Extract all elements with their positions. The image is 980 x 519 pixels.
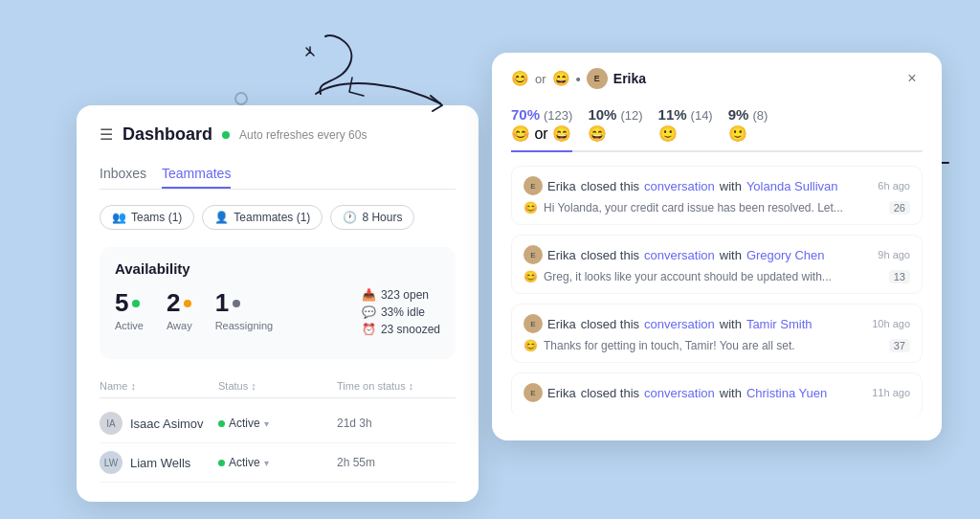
conv-avatar: E — [523, 383, 543, 402]
snoozed-count: 23 snoozed — [381, 323, 440, 336]
conv-preview-text-0: Hi Yolanda, your credit card issue has b… — [544, 201, 843, 214]
hours-filter[interactable]: 🕐 8 Hours — [330, 205, 414, 230]
active-count: 5 — [115, 288, 128, 318]
availability-title: Availability — [115, 260, 440, 277]
reassigning-stat: 1 Reassigning — [215, 288, 274, 336]
conversation-panel: 😊 or 😄 • E Erika × 70% (123) 😊 or 😄 10% … — [492, 53, 942, 440]
teams-filter[interactable]: 👥 Teams (1) — [100, 205, 194, 230]
conversation-item: E Erika closed this conversation with Ta… — [511, 304, 923, 363]
rating-value-2: 11% — [658, 106, 687, 123]
idle-pct: 33% idle — [381, 305, 425, 319]
msg-count-1: 13 — [889, 270, 910, 283]
conversation-item: E Erika closed this conversation with Gr… — [511, 235, 923, 294]
tab-inboxes[interactable]: Inboxes — [100, 160, 146, 189]
agent-status: Active — [229, 456, 260, 469]
rating-count-1: (12) — [620, 108, 642, 123]
conv-action-1: closed this — [581, 248, 639, 262]
conv-avatar: E — [523, 245, 543, 264]
conv-contact-0[interactable]: Yolanda Sullivan — [746, 179, 838, 193]
conv-time-1: 9h ago — [878, 249, 910, 260]
rating-tab-0[interactable]: 70% (123) 😊 or 😄 — [511, 101, 572, 152]
col-name: Name ↕ — [100, 380, 218, 392]
conv-time-0: 6h ago — [878, 180, 910, 192]
hours-filter-label: 8 Hours — [362, 211, 402, 224]
conv-contact-1[interactable]: Gregory Chen — [746, 248, 825, 262]
agent-status: Active — [229, 417, 260, 430]
rating-value-3: 9% — [728, 106, 749, 123]
conv-action-3: closed this — [581, 386, 639, 400]
menu-icon[interactable]: ☰ — [100, 125, 113, 144]
reassigning-count: 1 — [215, 288, 229, 318]
conv-preview-text-2: Thanks for getting in touch, Tamir! You … — [544, 339, 795, 352]
conv-agent-0: Erika — [547, 179, 576, 193]
avatar: LW — [100, 451, 122, 474]
conv-time-2: 10h ago — [872, 318, 910, 329]
open-count: 323 open — [381, 288, 429, 302]
active-label: Active — [115, 320, 144, 331]
or-text: or — [535, 72, 546, 86]
main-tabs: Inboxes Teammates — [100, 160, 456, 190]
status-chevron-icon[interactable]: ▾ — [264, 418, 269, 429]
snooze-icon: ⏰ — [362, 323, 376, 336]
dashboard-title: Dashboard — [122, 124, 212, 145]
conv-contact-3[interactable]: Christina Yuen — [746, 386, 827, 400]
agent-name: Isaac Asimov — [130, 417, 204, 431]
away-stat: 2 Away — [167, 288, 192, 336]
conv-avatar: E — [523, 176, 543, 195]
time-on-status: 2h 55m — [337, 456, 456, 469]
msg-count-0: 26 — [889, 201, 910, 214]
conversation-list: E Erika closed this conversation with Yo… — [511, 166, 923, 425]
status-chevron-icon[interactable]: ▾ — [264, 458, 269, 468]
close-button[interactable]: × — [902, 68, 923, 89]
table-row: LW Liam Wells Active ▾ 2h 55m — [100, 443, 456, 483]
rating-count-2: (14) — [691, 108, 713, 123]
reassigning-label: Reassigning — [215, 320, 274, 331]
conv-avatar: E — [523, 314, 543, 333]
conversation-item: E Erika closed this conversation with Yo… — [511, 166, 923, 225]
person-icon: 👤 — [214, 211, 229, 224]
rating-tab-2[interactable]: 11% (14) 🙂 — [658, 101, 713, 150]
away-label: Away — [167, 320, 192, 331]
agent-name: Liam Wells — [130, 456, 190, 470]
conv-agent-3: Erika — [547, 386, 576, 400]
status-indicator — [218, 420, 225, 427]
conv-agent-2: Erika — [547, 317, 576, 331]
tab-teammates[interactable]: Teammates — [162, 160, 231, 189]
conv-action-2: closed this — [581, 317, 639, 331]
conv-link-3[interactable]: conversation — [644, 386, 715, 400]
inbox-icon: 📥 — [362, 288, 376, 302]
rating-count-3: (8) — [752, 108, 768, 123]
status-indicator — [218, 460, 225, 466]
dashboard-card: ☰ Dashboard Auto refreshes every 60s Inb… — [77, 105, 479, 502]
status-dot — [222, 131, 230, 139]
rating-value-1: 10% — [588, 106, 616, 123]
preview-emoji-2: 😊 — [523, 339, 538, 352]
conv-link-2[interactable]: conversation — [644, 317, 715, 331]
col-time: Time on status ↕ — [337, 380, 456, 392]
col-status: Status ↕ — [218, 380, 337, 392]
rating-tab-1[interactable]: 10% (12) 😄 — [588, 101, 642, 150]
rating-tabs: 70% (123) 😊 or 😄 10% (12) 😄 11% (14) 🙂 9… — [511, 101, 923, 152]
table-row: IA Isaac Asimov Active ▾ 21d 3h — [100, 404, 456, 443]
conv-with-0: with — [720, 179, 742, 193]
panel-title: 😊 or 😄 • E Erika — [511, 68, 646, 89]
reassigning-dot — [233, 300, 240, 307]
teams-filter-label: Teams (1) — [131, 211, 182, 224]
erika-name: Erika — [613, 71, 646, 86]
teammates-filter[interactable]: 👤 Teammates (1) — [202, 205, 323, 230]
agents-table: Name ↕ Status ↕ Time on status ↕ IA Isaa… — [100, 374, 456, 483]
active-stat: 5 Active — [115, 288, 144, 336]
rating-tab-3[interactable]: 9% (8) 🙂 — [728, 101, 768, 150]
teams-icon: 👥 — [112, 211, 126, 224]
filter-bar: 👥 Teams (1) 👤 Teammates (1) 🕐 8 Hours — [100, 205, 456, 230]
conv-link-0[interactable]: conversation — [644, 179, 715, 193]
away-dot — [184, 300, 191, 307]
rating-count-0: (123) — [544, 108, 572, 123]
avatar: IA — [100, 412, 122, 435]
auto-refresh-label: Auto refreshes every 60s — [239, 128, 367, 142]
conv-contact-2[interactable]: Tamir Smith — [746, 317, 813, 331]
idle-icon: 💬 — [362, 305, 376, 319]
conv-link-1[interactable]: conversation — [644, 248, 715, 262]
conv-time-3: 11h ago — [872, 387, 910, 398]
rating-emoji-0: 😊 or 😄 — [511, 124, 571, 143]
